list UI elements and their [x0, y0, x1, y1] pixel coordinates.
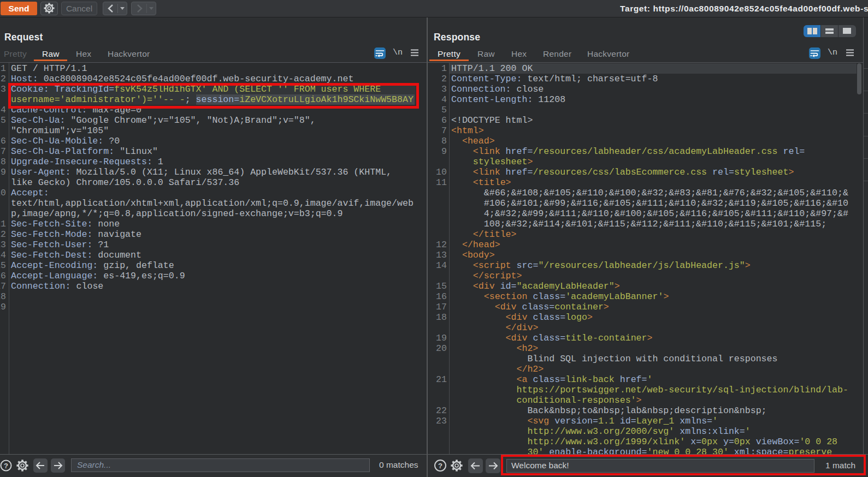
svg-text:?: ? — [4, 462, 8, 470]
svg-text:?: ? — [438, 462, 442, 470]
